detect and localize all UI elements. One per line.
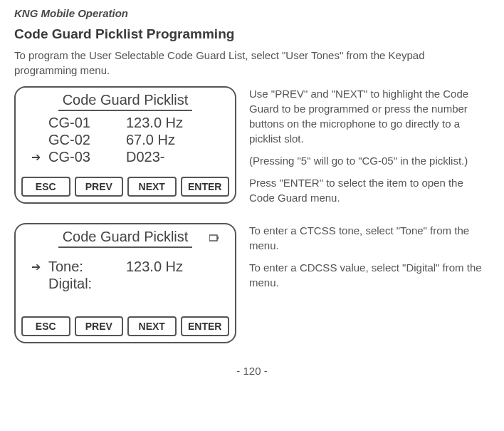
prev-button[interactable]: PREV <box>75 316 124 336</box>
code-label: GC-02 <box>44 132 126 148</box>
row-screen-2: Code Guard Picklist ➔ Tone: 123.0 Hz Dig… <box>14 223 490 343</box>
screen-body: CG-01 123.0 Hz GC-02 67.0 Hz ➔ CG-03 D02… <box>16 111 235 172</box>
picklist-row[interactable]: GC-02 67.0 Hz <box>27 132 222 148</box>
picklist-row[interactable]: Digital: <box>27 276 222 292</box>
code-value: 123.0 Hz <box>126 115 222 131</box>
section-title: Code Guard Picklist Programming <box>14 26 490 42</box>
instruction-text: To enter a CDCSS value, select "Digital"… <box>249 260 490 290</box>
screen-title: Code Guard Picklist <box>58 92 193 111</box>
esc-button[interactable]: ESC <box>21 177 70 197</box>
button-row: ESC PREV NEXT ENTER <box>16 312 235 342</box>
selection-arrow-icon: ➔ <box>27 260 44 274</box>
code-value: D023- <box>126 149 222 165</box>
option-label: Digital: <box>44 276 126 292</box>
code-label: CG-01 <box>44 115 126 131</box>
device-screen-2: Code Guard Picklist ➔ Tone: 123.0 Hz Dig… <box>14 223 236 343</box>
next-button[interactable]: NEXT <box>127 177 177 197</box>
side-instructions-2: To enter a CTCSS tone, select "Tone" fro… <box>249 223 490 297</box>
enter-button[interactable]: ENTER <box>181 177 230 197</box>
side-instructions-1: Use "PREV" and "NEXT" to highlight the C… <box>249 86 490 212</box>
screen-title-row: Code Guard Picklist <box>16 224 235 248</box>
code-label: CG-03 <box>44 149 126 165</box>
option-value: 123.0 Hz <box>126 259 222 275</box>
svg-rect-1 <box>217 237 219 239</box>
battery-icon <box>209 232 219 244</box>
instruction-text: Use "PREV" and "NEXT" to highlight the C… <box>249 86 490 146</box>
screen-title-row: Code Guard Picklist <box>16 88 235 111</box>
enter-button[interactable]: ENTER <box>181 316 230 336</box>
svg-rect-0 <box>209 235 217 241</box>
picklist-row[interactable]: ➔ CG-03 D023- <box>27 149 222 165</box>
option-label: Tone: <box>44 259 126 275</box>
instruction-text: To enter a CTCSS tone, select "Tone" fro… <box>249 223 490 253</box>
intro-text: To program the User Selectable Code Guar… <box>14 48 490 78</box>
code-value: 67.0 Hz <box>126 132 222 148</box>
button-row: ESC PREV NEXT ENTER <box>16 172 235 202</box>
screen-title: Code Guard Picklist <box>58 229 193 248</box>
screen-body: ➔ Tone: 123.0 Hz Digital: <box>16 248 235 312</box>
row-screen-1: Code Guard Picklist CG-01 123.0 Hz GC-02… <box>14 86 490 212</box>
prev-button[interactable]: PREV <box>75 177 124 197</box>
picklist-row[interactable]: ➔ Tone: 123.0 Hz <box>27 259 222 275</box>
selection-arrow-icon: ➔ <box>27 150 44 164</box>
esc-button[interactable]: ESC <box>21 316 70 336</box>
manual-header: KNG Mobile Operation <box>14 7 490 19</box>
device-screen-1: Code Guard Picklist CG-01 123.0 Hz GC-02… <box>14 86 236 204</box>
instruction-text: (Pressing "5" will go to "CG-05" in the … <box>249 153 490 168</box>
next-button[interactable]: NEXT <box>127 316 177 336</box>
page-number: - 120 - <box>14 365 490 377</box>
picklist-row[interactable]: CG-01 123.0 Hz <box>27 115 222 131</box>
instruction-text: Press "ENTER" to select the item to open… <box>249 175 490 205</box>
